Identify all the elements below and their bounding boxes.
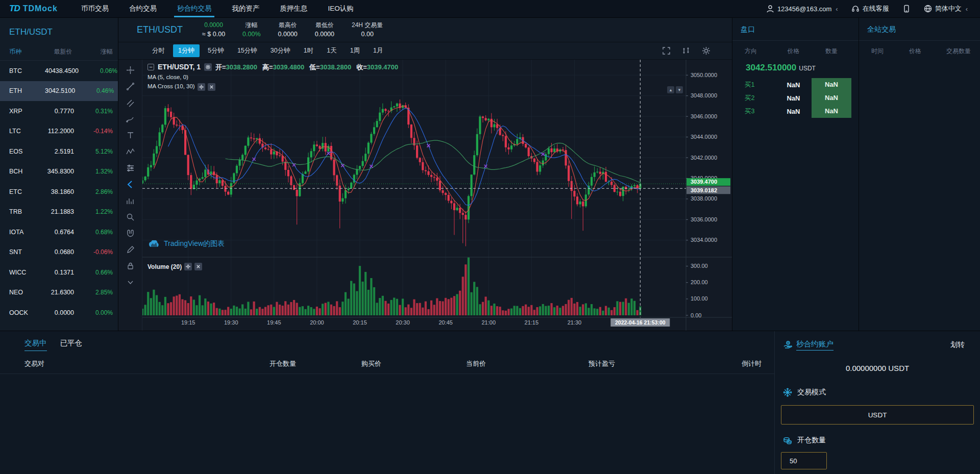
fullscreen-icon[interactable] (662, 46, 671, 55)
online-support-button[interactable]: 在线客服 (851, 4, 889, 13)
pattern-icon[interactable] (122, 145, 138, 158)
high-value: 0.0000 (278, 30, 298, 39)
legend-settings-icon[interactable] (204, 63, 212, 71)
chart-area[interactable]: – ETH/USDT, 1 开=3038.2800高=3039.4800低=30… (142, 60, 732, 331)
text-icon[interactable] (122, 129, 138, 142)
menu-item-3[interactable]: 我的资产 (222, 0, 270, 17)
interval-button-3[interactable]: 15分钟 (232, 44, 262, 57)
orderbook-row-3[interactable]: 买3NaNNaN (732, 105, 859, 118)
pane-up-button[interactable]: ▴ (667, 86, 674, 93)
language-selector[interactable]: 简体中文 ‹ (924, 4, 968, 13)
volume-settings-icon[interactable] (184, 263, 192, 270)
coin-row-xrp[interactable]: XRP0.77700.31% (0, 101, 118, 121)
app-download-button[interactable] (902, 5, 911, 13)
magnet-icon[interactable] (122, 227, 138, 240)
positions-tab-0[interactable]: 交易中 (24, 338, 47, 351)
svg-text:3042.0000: 3042.0000 (691, 155, 717, 161)
last-price-value: 3042.510000 (746, 63, 796, 72)
coin-price: 0.6764 (45, 229, 81, 236)
coin-row-trb[interactable]: TRB21.18831.22% (0, 202, 118, 222)
coin-row-iota[interactable]: IOTA0.67640.68% (0, 222, 118, 242)
zoom-icon[interactable] (122, 211, 138, 223)
svg-text:3038.0000: 3038.0000 (691, 195, 717, 202)
col-price: 价格 (775, 47, 812, 56)
coin-price: 0.1371 (45, 269, 81, 276)
crosshair-icon[interactable] (122, 64, 138, 77)
logo[interactable]: TD TDMock (0, 4, 71, 14)
menu-item-2[interactable]: 秒合约交易 (167, 0, 222, 17)
svg-text:200.00: 200.00 (691, 279, 708, 285)
menu-item-0[interactable]: 币币交易 (71, 0, 119, 17)
coin-row-eth[interactable]: ETH3042.51000.46% (0, 81, 118, 102)
trade-mode-select[interactable]: USDT (781, 405, 974, 425)
tradingview-attribution[interactable]: TradingView的图表 (149, 239, 225, 248)
edit-icon[interactable] (122, 243, 138, 256)
interval-button-0[interactable]: 分时 (147, 44, 170, 57)
interval-button-1[interactable]: 1分钟 (173, 44, 200, 57)
coin-row-snt[interactable]: SNT0.0680-0.06% (0, 242, 118, 263)
collapse-toolbar-icon[interactable] (122, 276, 138, 289)
sliders-icon[interactable] (122, 162, 138, 174)
row-price: NaN (775, 94, 812, 102)
ma-cross-close-icon[interactable] (208, 83, 215, 91)
ma-cross-settings-icon[interactable] (198, 83, 205, 91)
positions-tab-1[interactable]: 已平仓 (60, 338, 83, 351)
menu-item-5[interactable]: IEO认购 (317, 0, 363, 17)
coin-price: 3042.5100 (45, 87, 82, 94)
coin-symbol: TRB (9, 208, 45, 215)
coin-row-bch[interactable]: BCH345.83001.32% (0, 162, 118, 182)
menu-item-1[interactable]: 合约交易 (119, 0, 167, 17)
orderbook-row-1[interactable]: 买1NaNNaN (732, 78, 859, 91)
back-arrow-icon[interactable] (122, 178, 138, 191)
chevron-down-icon: ‹ (966, 5, 968, 13)
coin-row-btc[interactable]: BTC40438.45000.06% (0, 61, 118, 81)
col-last-price: 最新价 (45, 47, 81, 56)
interval-button-5[interactable]: 1时 (299, 44, 318, 57)
legend-collapse-icon[interactable]: – (148, 64, 154, 70)
interval-button-2[interactable]: 5分钟 (203, 44, 229, 57)
bars-pattern-icon[interactable] (122, 194, 138, 207)
coin-price: 0.0000 (45, 309, 81, 316)
main-menu: 币币交易合约交易秒合约交易我的资产质押生息IEO认购 (71, 0, 364, 17)
volume-close-icon[interactable] (194, 263, 202, 270)
indicators-icon[interactable] (682, 46, 691, 55)
coins-icon (783, 436, 792, 445)
row-price: NaN (775, 81, 812, 89)
usd-price: ≈ $ 0.00 (202, 30, 225, 39)
svg-text:3034.0000: 3034.0000 (691, 237, 717, 243)
interval-button-4[interactable]: 30分钟 (265, 44, 296, 57)
coin-change: 1.22% (81, 208, 113, 215)
coin-row-wicc[interactable]: WICC0.13710.66% (0, 262, 118, 283)
coin-price: 21.1883 (45, 208, 81, 215)
positions-header: 交易对开仓数量购买价当前价预计盈亏倒计时 (0, 351, 774, 374)
coin-change: 0.31% (81, 108, 113, 115)
lock-icon[interactable] (122, 260, 138, 272)
seconds-account-link[interactable]: 秒合约账户 (796, 339, 834, 351)
coin-row-etc[interactable]: ETC38.18602.86% (0, 182, 118, 202)
col-direction: 方向 (745, 47, 775, 56)
coin-row-neo[interactable]: NEO21.63002.85% (0, 283, 118, 303)
svg-text:300.00: 300.00 (691, 263, 708, 269)
coin-row-eos[interactable]: EOS2.51915.12% (0, 141, 118, 162)
coin-row-ltc[interactable]: LTC112.2000-0.14% (0, 121, 118, 142)
transfer-button[interactable]: 划转 (950, 340, 965, 350)
open-qty-input[interactable] (781, 452, 827, 469)
interval-button-8[interactable]: 1月 (368, 44, 388, 57)
price-chart[interactable]: 3050.00003048.00003046.00003044.00003042… (142, 60, 732, 331)
low-label: 最低价 (315, 20, 334, 30)
user-account-menu[interactable]: 123456@163.com ‹ (766, 5, 838, 13)
coin-symbol: EOS (9, 148, 45, 155)
channel-icon[interactable] (122, 96, 138, 109)
interval-button-7[interactable]: 1周 (345, 44, 365, 57)
pane-down-button[interactable]: ▾ (676, 86, 683, 93)
svg-text:21:15: 21:15 (525, 319, 539, 326)
interval-button-6[interactable]: 1天 (322, 44, 341, 57)
settings-icon[interactable] (702, 46, 710, 55)
brush-icon[interactable] (122, 113, 138, 126)
low-value: 0.0000 (315, 30, 334, 39)
trend-line-icon[interactable] (122, 80, 138, 93)
coin-row-oock[interactable]: OOCK0.00000.00% (0, 303, 118, 323)
orderbook-row-2[interactable]: 买2NaNNaN (732, 91, 859, 105)
menu-item-4[interactable]: 质押生息 (270, 0, 317, 17)
support-label: 在线客服 (863, 4, 889, 13)
